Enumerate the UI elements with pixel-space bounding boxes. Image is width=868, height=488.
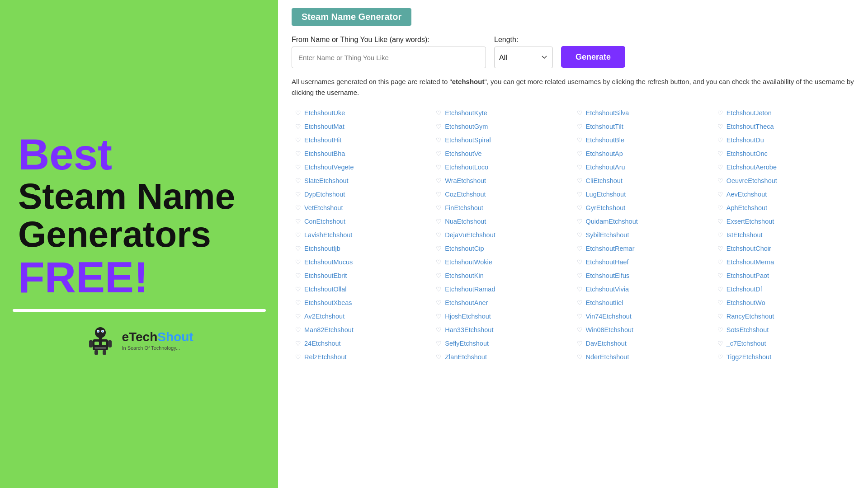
list-item[interactable]: ♡EtchshoutAp — [573, 148, 714, 160]
list-item[interactable]: ♡EtchshoutAerobe — [714, 161, 854, 173]
username-link[interactable]: EtchshoutKyte — [445, 109, 487, 117]
username-link[interactable]: SotsEtchshout — [726, 326, 769, 333]
username-link[interactable]: EtchshoutAru — [586, 164, 625, 171]
list-item[interactable]: ♡AevEtchshout — [714, 188, 854, 200]
username-link[interactable]: 24Etchshout — [304, 340, 341, 347]
list-item[interactable]: ♡EtchshoutOnc — [714, 148, 854, 160]
list-item[interactable]: ♡Han33Etchshout — [432, 324, 573, 336]
username-link[interactable]: Han33Etchshout — [445, 326, 493, 333]
list-item[interactable]: ♡EtchshoutUke — [292, 107, 432, 119]
list-item[interactable]: ♡EtchshoutVegete — [292, 161, 432, 173]
username-link[interactable]: EtchshoutMucus — [304, 258, 353, 266]
list-item[interactable]: ♡EtchshoutIjb — [292, 243, 432, 254]
list-item[interactable]: ♡SybilEtchshout — [573, 229, 714, 241]
username-link[interactable]: EtchshoutSilva — [586, 109, 629, 117]
username-link[interactable]: EtchshoutVe — [445, 150, 481, 157]
list-item[interactable]: ♡EtchshoutBha — [292, 148, 432, 160]
list-item[interactable]: ♡EtchshoutKyte — [432, 107, 573, 119]
username-link[interactable]: CozEtchshout — [445, 191, 486, 198]
generate-button[interactable]: Generate — [561, 46, 625, 68]
username-link[interactable]: GyrEtchshout — [586, 204, 626, 211]
list-item[interactable]: ♡QuidamEtchshout — [573, 216, 714, 227]
list-item[interactable]: ♡EtchshoutTheca — [714, 121, 854, 132]
list-item[interactable]: ♡EtchshoutLoco — [432, 161, 573, 173]
username-link[interactable]: EtchshoutOllal — [304, 286, 347, 293]
list-item[interactable]: ♡EtchshoutRamad — [432, 283, 573, 295]
username-link[interactable]: ConEtchshout — [304, 218, 345, 225]
list-item[interactable]: ♡RancyEtchshout — [714, 310, 854, 322]
username-link[interactable]: EtchshoutAp — [586, 150, 623, 157]
list-item[interactable]: ♡EtchshoutVe — [432, 148, 573, 160]
list-item[interactable]: ♡IstEtchshout — [714, 229, 854, 241]
list-item[interactable]: ♡EtchshoutKin — [432, 270, 573, 282]
list-item[interactable]: ♡SeflyEtchshout — [432, 338, 573, 349]
list-item[interactable]: ♡EtchshoutTilt — [573, 121, 714, 132]
username-link[interactable]: EtchshoutSpiral — [445, 136, 491, 144]
username-link[interactable]: DypEtchshout — [304, 191, 345, 198]
list-item[interactable]: ♡Man82Etchshout — [292, 324, 432, 336]
username-link[interactable]: EtchshoutOnc — [726, 150, 768, 157]
list-item[interactable]: ♡EtchshoutAner — [432, 297, 573, 309]
list-item[interactable]: ♡FinEtchshout — [432, 202, 573, 214]
list-item[interactable]: ♡EtchshoutEbrit — [292, 270, 432, 282]
username-link[interactable]: EtchshoutGym — [445, 123, 488, 130]
username-link[interactable]: VetEtchshout — [304, 204, 343, 211]
list-item[interactable]: ♡GyrEtchshout — [573, 202, 714, 214]
username-link[interactable]: EtchshoutBha — [304, 150, 345, 157]
username-link[interactable]: EtchshoutDf — [726, 286, 762, 293]
list-item[interactable]: ♡EtchshoutXbeas — [292, 297, 432, 309]
username-link[interactable]: SybilEtchshout — [586, 231, 629, 239]
username-link[interactable]: DejaVuEtchshout — [445, 231, 495, 239]
username-link[interactable]: LavishEtchshout — [304, 231, 352, 239]
list-item[interactable]: ♡EtchshoutMat — [292, 121, 432, 132]
length-select[interactable]: All Short Medium Long — [494, 47, 553, 68]
list-item[interactable]: ♡AphEtchshout — [714, 202, 854, 214]
username-link[interactable]: EtchshoutRamad — [445, 286, 495, 293]
list-item[interactable]: ♡EtchshoutPaot — [714, 270, 854, 282]
list-item[interactable]: ♡EtchshoutVivia — [573, 283, 714, 295]
username-link[interactable]: RelzEtchshout — [304, 353, 347, 361]
username-link[interactable]: LugEtchshout — [586, 191, 626, 198]
username-link[interactable]: EtchshoutWo — [726, 299, 765, 306]
list-item[interactable]: ♡EtchshoutRemar — [573, 243, 714, 254]
list-item[interactable]: ♡EtchshoutSilva — [573, 107, 714, 119]
username-link[interactable]: IstEtchshout — [726, 231, 763, 239]
username-link[interactable]: RancyEtchshout — [726, 313, 774, 320]
username-link[interactable]: CliEtchshout — [586, 177, 623, 184]
username-link[interactable]: NuaEtchshout — [445, 218, 486, 225]
list-item[interactable]: ♡SotsEtchshout — [714, 324, 854, 336]
list-item[interactable]: ♡WraEtchshout — [432, 175, 573, 187]
list-item[interactable]: ♡SlateEtchshout — [292, 175, 432, 187]
username-link[interactable]: WraEtchshout — [445, 177, 486, 184]
list-item[interactable]: ♡_c7Etchshout — [714, 338, 854, 349]
username-link[interactable]: Win08Etchshout — [586, 326, 634, 333]
username-link[interactable]: DavEtchshout — [586, 340, 627, 347]
username-link[interactable]: EtchshoutTheca — [726, 123, 774, 130]
list-item[interactable]: ♡VetEtchshout — [292, 202, 432, 214]
username-link[interactable]: EtchshoutHaef — [586, 258, 629, 266]
list-item[interactable]: ♡TiggzEtchshout — [714, 351, 854, 363]
list-item[interactable]: ♡EtchshoutMerna — [714, 256, 854, 268]
username-link[interactable]: TiggzEtchshout — [726, 353, 771, 361]
username-link[interactable]: EtchshoutJeton — [726, 109, 772, 117]
username-link[interactable]: QuidamEtchshout — [586, 218, 638, 225]
list-item[interactable]: ♡DejaVuEtchshout — [432, 229, 573, 241]
list-item[interactable]: ♡24Etchshout — [292, 338, 432, 349]
list-item[interactable]: ♡OeuvreEtchshout — [714, 175, 854, 187]
username-link[interactable]: EtchshoutPaot — [726, 272, 769, 279]
username-link[interactable]: EtchshoutMat — [304, 123, 344, 130]
list-item[interactable]: ♡Vin74Etchshout — [573, 310, 714, 322]
list-item[interactable]: ♡CliEtchshout — [573, 175, 714, 187]
list-item[interactable]: ♡LavishEtchshout — [292, 229, 432, 241]
list-item[interactable]: ♡EtchshoutDf — [714, 283, 854, 295]
list-item[interactable]: ♡EtchshoutWo — [714, 297, 854, 309]
list-item[interactable]: ♡EtchshoutMucus — [292, 256, 432, 268]
username-link[interactable]: OeuvreEtchshout — [726, 177, 777, 184]
username-link[interactable]: EtchshoutIjb — [304, 245, 340, 252]
username-link[interactable]: EtchshoutLoco — [445, 164, 488, 171]
username-link[interactable]: EtchshoutVegete — [304, 164, 354, 171]
username-link[interactable]: AphEtchshout — [726, 204, 767, 211]
username-link[interactable]: NderEtchshout — [586, 353, 629, 361]
list-item[interactable]: ♡NderEtchshout — [573, 351, 714, 363]
username-link[interactable]: EtchshoutKin — [445, 272, 483, 279]
